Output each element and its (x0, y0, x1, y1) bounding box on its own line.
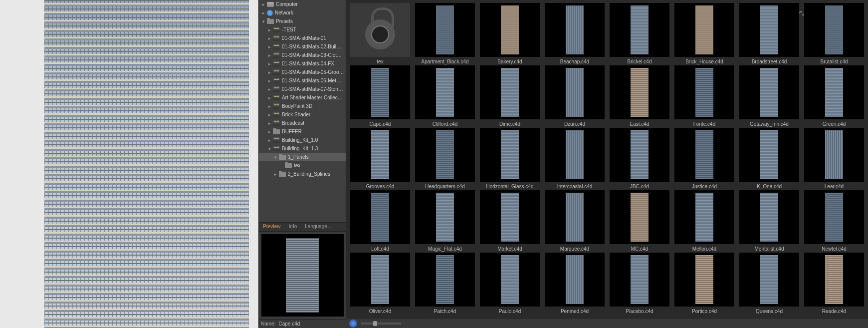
thumb-item[interactable]: Magic_Flat.c4d (415, 190, 475, 252)
tree-item-01-sma-stdmats-03-clot-[interactable]: ▸01-SMA-stdMats-03-Clot… (259, 51, 346, 59)
thumb-item[interactable]: Newtel.c4d (804, 190, 864, 252)
tree-toggle-icon[interactable]: ▸ (267, 44, 272, 49)
thumb-item[interactable]: JBC.c4d (610, 128, 669, 189)
thumb-item[interactable]: East.c4d (610, 65, 669, 127)
tree-item-brick-shader[interactable]: ▸Brick Shader (259, 110, 346, 119)
thumb-item[interactable]: Penmed.c4d (545, 253, 605, 314)
thumb-preview (545, 253, 605, 307)
tree-item-computer[interactable]: ▸Computer (259, 0, 346, 8)
tree-item-presets[interactable]: ▾Presets (259, 17, 346, 25)
tree-item-2-building-splines[interactable]: ▸2_Building_Splines (259, 170, 346, 178)
tree-item-1-panels[interactable]: ▾1_Panels (259, 153, 346, 161)
tree-toggle-icon[interactable]: ▸ (267, 112, 272, 117)
thumb-item[interactable]: Reade.c4d (804, 253, 864, 314)
network-icon (267, 10, 273, 16)
preview-tab-info[interactable]: Info (285, 223, 301, 231)
viewport-render (0, 0, 258, 328)
tree-item-art-shader-master-collec-[interactable]: ▸Art Shader Master Collec… (259, 93, 346, 102)
tree-toggle-icon[interactable]: ▸ (267, 104, 272, 109)
thumb-item[interactable]: Oliver.c4d (350, 253, 410, 314)
tree-toggle-icon[interactable]: ▸ (267, 53, 272, 58)
zoom-handle[interactable] (373, 321, 377, 326)
thumb-item[interactable]: K_One.c4d (739, 128, 799, 189)
tree-item-building-kit-1-0[interactable]: ▸Building_Kit_1.0 (259, 136, 346, 144)
tree-item-buffer[interactable]: ▸BUFFER (259, 127, 346, 136)
tree-toggle-icon[interactable]: ▸ (267, 138, 272, 143)
thumb-item[interactable]: Fonte.c4d (674, 65, 734, 127)
preview-tab-preview[interactable]: Preview (259, 223, 285, 231)
thumb-item[interactable]: Paulo.c4d (480, 253, 540, 314)
folder-icon (273, 129, 280, 134)
tree-toggle-icon[interactable]: ▸ (267, 87, 272, 92)
thumb-item[interactable]: Dzuri.c4d (545, 65, 605, 127)
thumb-label: Intercoastal.c4d (545, 184, 605, 189)
preview-tab-language[interactable]: Language… (301, 223, 336, 231)
thumb-item[interactable]: Dime.c4d (480, 65, 540, 127)
db-icon (273, 120, 280, 126)
tree-item-building-kit-1-3[interactable]: ▾Building_Kit_1.3 (259, 144, 346, 153)
tree-toggle-icon[interactable]: ▸ (267, 78, 272, 83)
thumb-preview (350, 65, 410, 119)
thumb-item[interactable]: Getaway_Inn.c4d (739, 65, 799, 127)
tree-item-01-sma-stdmats-02-buil-[interactable]: ▸01-SMA-stdMats-02-Buil… (259, 42, 346, 51)
tree-item-01-sma-stdmats-01[interactable]: ▸01-SMA-stdMats-01 (259, 34, 346, 42)
tree-item-01-sma-stdmats-06-met-[interactable]: ▸01-SMA-stdMats-06-Met… (259, 76, 346, 85)
tree-item-01-sma-stdmats-04-fx[interactable]: ▸01-SMA-stdMats-04-FX (259, 59, 346, 68)
db-icon (273, 27, 280, 32)
thumb-item[interactable]: Marquee.c4d (545, 190, 605, 252)
thumb-item[interactable]: Lear.c4d (804, 128, 864, 189)
thumb-item[interactable]: Justice.c4d (674, 128, 734, 189)
thumb-preview (610, 128, 669, 182)
tree-item-01-sma-stdmats-07-ston-[interactable]: ▸01-SMA-stdMats-07-Ston… (259, 85, 346, 93)
thumb-label: Justice.c4d (674, 184, 734, 189)
thumb-item[interactable]: Mellon.c4d (674, 190, 734, 252)
zoom-slider[interactable] (361, 323, 401, 325)
tree-item-tex[interactable]: tex (259, 161, 346, 170)
thumb-item[interactable]: Green.c4d (804, 65, 864, 127)
folder-tree[interactable]: ▸Computer▸Network▾Presets▸-TEST▸01-SMA-s… (259, 0, 346, 222)
thumb-item[interactable]: Horizontal_Glass.c4d (480, 128, 540, 189)
tree-toggle-icon[interactable]: ▾ (267, 146, 272, 151)
thumb-item[interactable]: Clifford.c4d (415, 65, 475, 127)
computer-icon (267, 2, 274, 7)
tree-toggle-icon[interactable]: ▸ (267, 27, 272, 32)
thumb-item[interactable]: Loft.c4d (350, 190, 410, 252)
thumb-item[interactable]: Apartment_Block.c4d (415, 3, 475, 64)
tree-toggle-icon[interactable]: ▸ (267, 61, 272, 66)
tree-item--test[interactable]: ▸-TEST (259, 25, 346, 34)
tree-toggle-icon[interactable]: ▸ (267, 36, 272, 41)
tree-toggle-icon[interactable]: ▾ (273, 155, 278, 160)
thumb-item[interactable]: Cape.c4d (350, 65, 410, 127)
tree-toggle-icon[interactable]: ▸ (267, 70, 272, 75)
thumb-item[interactable]: Brick_House.c4d (674, 3, 734, 64)
thumb-item[interactable]: Beachap.c4d (545, 3, 605, 64)
tree-toggle-icon[interactable]: ▸ (267, 129, 272, 134)
tree-toggle-icon[interactable]: ▸ (261, 10, 266, 15)
thumb-item[interactable]: Intercoastal.c4d (545, 128, 605, 189)
thumb-item[interactable]: Bakery.c4d (480, 3, 540, 64)
thumb-item[interactable]: Grooves.c4d (350, 128, 410, 189)
thumb-item[interactable]: Patch.c4d (415, 253, 475, 314)
thumb-item[interactable]: Portico.c4d (674, 253, 734, 314)
thumbnail-grid[interactable]: www.rr-sc.com texApartment_Block.c4dBake… (346, 0, 868, 318)
tree-item-01-sma-stdmats-05-groo-[interactable]: ▸01-SMA-stdMats-05-Groo… (259, 68, 346, 76)
thumb-item[interactable]: Placebo.c4d (610, 253, 669, 314)
thumb-item[interactable]: Headquarters.c4d (415, 128, 475, 189)
thumb-item[interactable]: Brutalist.c4d (804, 3, 864, 64)
tree-toggle-icon[interactable]: ▸ (267, 121, 272, 126)
thumb-item[interactable]: Queens.c4d (739, 253, 799, 314)
tree-item-network[interactable]: ▸Network (259, 8, 346, 17)
tree-toggle-icon[interactable]: ▾ (261, 19, 266, 24)
thumb-item[interactable]: MC.c4d (610, 190, 669, 252)
tree-item-bodypaint-3d[interactable]: ▸BodyPaint 3D (259, 102, 346, 110)
tree-toggle-icon[interactable] (279, 163, 284, 168)
thumb-item[interactable]: tex (350, 3, 410, 64)
thumb-item[interactable]: Market.c4d (480, 190, 540, 252)
tree-toggle-icon[interactable]: ▸ (267, 95, 272, 100)
thumb-item[interactable]: Mentalist.c4d (739, 190, 799, 252)
tree-item-broadcast[interactable]: ▸Broadcast (259, 119, 346, 127)
tree-toggle-icon[interactable]: ▸ (273, 172, 278, 177)
thumb-item[interactable]: Broadstreet.c4d (739, 3, 799, 64)
thumb-item[interactable]: Brickel.c4d (610, 3, 669, 64)
tree-toggle-icon[interactable]: ▸ (261, 2, 266, 7)
